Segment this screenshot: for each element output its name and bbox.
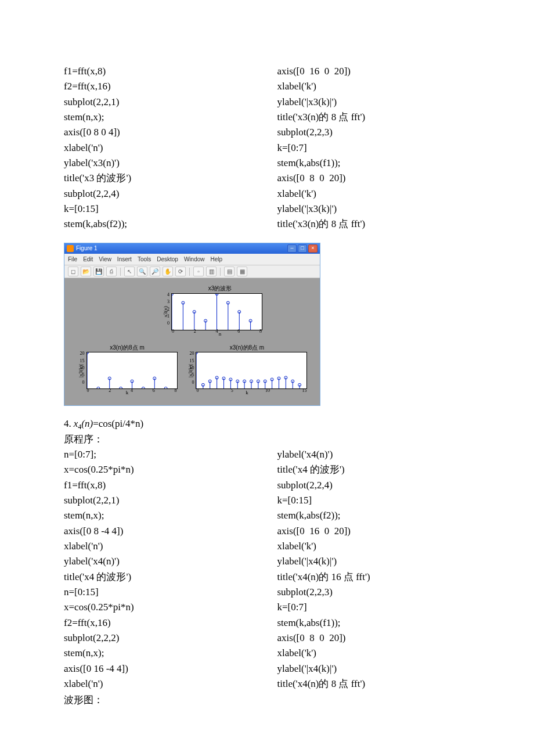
- plot-canvas: x3的波形 x3(n) 43210 02468 n x3(n)的8点 m |x3…: [64, 278, 320, 405]
- code-line: x=cos(0.25*pi*n): [64, 600, 254, 615]
- menu-item-desktop[interactable]: Desktop: [157, 255, 178, 264]
- rotate-icon[interactable]: ⟳: [175, 267, 186, 276]
- code-line: subplot(2,2,2): [64, 631, 254, 646]
- subplot-1: x3的波形 x3(n) 43210 02468 n: [162, 284, 278, 338]
- code-line: k=[0:15]: [64, 201, 254, 217]
- code-line: f2=fft(x,16): [64, 615, 254, 631]
- code-line: n=[0:15]: [64, 585, 254, 600]
- grid-icon[interactable]: ▦: [237, 267, 247, 276]
- code-line: title('x4(n)的 8 点 fft'): [277, 676, 468, 692]
- arg-n: (n): [81, 418, 93, 429]
- formula-rhs: =cos(pi/4*n): [93, 418, 143, 429]
- code-line: title('x3 的波形'): [64, 171, 254, 186]
- code-line: axis([0 16 0 20]): [277, 524, 468, 539]
- maximize-button[interactable]: □: [298, 244, 307, 253]
- code-line: stem(n,x);: [64, 646, 254, 661]
- titlebar: Figure 1 – □ ×: [64, 243, 320, 254]
- code-line: x=cos(0.25*pi*n): [64, 462, 254, 477]
- menu-item-help[interactable]: Help: [211, 255, 223, 264]
- menu-item-tools[interactable]: Tools: [138, 255, 151, 264]
- code-line: stem(k,abs(f2));: [64, 217, 254, 232]
- code-line: axis([0 16 0 20]): [277, 64, 468, 79]
- menu-item-view[interactable]: View: [99, 255, 111, 264]
- code-line: xlabel('k'): [277, 646, 468, 661]
- svg-point-19: [96, 387, 99, 389]
- datatip-icon[interactable]: ▫: [193, 267, 204, 276]
- close-button[interactable]: ×: [308, 244, 317, 253]
- matlab-figure-window: Figure 1 – □ × FileEditViewInsertToolsDe…: [64, 243, 320, 406]
- code-line: axis([0 8 -4 4]): [64, 524, 254, 539]
- legend-icon[interactable]: ▤: [224, 267, 234, 276]
- svg-point-31: [164, 387, 167, 389]
- code-line: title('x4(n)的 16 点 fft'): [277, 570, 468, 585]
- pointer-icon[interactable]: ↖: [124, 267, 135, 276]
- code-line: xlabel('n'): [64, 676, 254, 692]
- code-line: ylabel('|x4(k)|'): [277, 661, 468, 676]
- waveform-label: 波形图：: [64, 693, 467, 708]
- code-line: ylabel('|x4(k)|'): [277, 554, 468, 569]
- code-line: stem(k,abs(f2));: [277, 508, 468, 523]
- code-line: k=[0:7]: [277, 141, 468, 156]
- code-line: ylabel('x3(n)'): [64, 156, 254, 171]
- code-line: stem(k,abs(f1));: [277, 615, 468, 631]
- code-header: 原程序：: [64, 432, 467, 447]
- code-line: title('x3(n)的 8 点 fft'): [277, 217, 468, 232]
- code-line: stem(n,x);: [64, 110, 254, 125]
- code-line: f1=fft(x,8): [64, 478, 254, 493]
- print-icon[interactable]: ⎙: [106, 267, 117, 276]
- plot-title: x3的波形: [162, 284, 278, 293]
- code-line: stem(k,abs(f1));: [277, 156, 468, 171]
- bottom-code-columns: n=[0:7];x=cos(0.25*pi*n)f1=fft(x,8)subpl…: [64, 447, 467, 692]
- app-icon: [67, 245, 74, 252]
- code-line: axis([0 16 -4 4]): [64, 661, 254, 676]
- code-line: xlabel('k'): [277, 79, 468, 94]
- zoom-in-icon[interactable]: 🔍: [137, 267, 147, 276]
- menu-item-window[interactable]: Window: [184, 255, 205, 264]
- code-col-right: ylabel('x4(n)')title('x4 的波形')subplot(2,…: [277, 447, 468, 692]
- code-line: n=[0:7];: [64, 447, 254, 462]
- subplot-3: x3(n)的8点 m |x3(k)| 20151050 02468 k: [77, 343, 178, 397]
- colorbar-icon[interactable]: ▥: [206, 267, 217, 276]
- code-col-left: f1=fft(x,8)f2=fft(x,16)subplot(2,2,1)ste…: [64, 64, 254, 232]
- code-line: xlabel('n'): [64, 539, 254, 554]
- code-line: subplot(2,2,4): [64, 186, 254, 201]
- code-line: ylabel('|x3(k)|'): [277, 95, 468, 110]
- code-line: f1=fft(x,8): [64, 64, 254, 79]
- open-icon[interactable]: 📂: [81, 267, 91, 276]
- code-line: xlabel('k'): [277, 186, 468, 201]
- new-icon[interactable]: ◻: [68, 267, 78, 276]
- menu-item-file[interactable]: File: [68, 255, 77, 264]
- code-line: subplot(2,2,1): [64, 95, 254, 110]
- menu-item-insert[interactable]: Insert: [117, 255, 132, 264]
- code-line: stem(n,x);: [64, 508, 254, 523]
- subscript-4: 4: [78, 423, 81, 431]
- subplot-4: x3(n)的8点 m |x3(k)| 20151050 051015 k: [187, 343, 308, 397]
- plot-title: x3(n)的8点 m: [77, 343, 178, 352]
- minimize-button[interactable]: –: [287, 244, 297, 253]
- zoom-out-icon[interactable]: 🔎: [150, 267, 160, 276]
- code-line: ylabel('|x3(k)|'): [277, 201, 468, 217]
- code-line: f2=fft(x,16): [64, 79, 254, 94]
- toolbar: ◻ 📂 💾 ⎙ ↖ 🔍 🔎 ✋ ⟳ ▫ ▥ ▤ ▦: [64, 265, 320, 278]
- svg-point-23: [119, 387, 122, 389]
- window-title: Figure 1: [76, 244, 98, 253]
- code-col-right: axis([0 16 0 20])xlabel('k')ylabel('|x3(…: [277, 64, 468, 232]
- code-line: axis([0 8 0 20]): [277, 631, 468, 646]
- menubar[interactable]: FileEditViewInsertToolsDesktopWindowHelp: [64, 254, 320, 266]
- code-line: subplot(2,2,1): [64, 493, 254, 508]
- code-line: k=[0:7]: [277, 600, 468, 615]
- formula-line: 4. x4(n)=cos(pi/4*n): [64, 416, 467, 431]
- code-line: ylabel('x4(n)'): [64, 554, 254, 569]
- code-col-left: n=[0:7];x=cos(0.25*pi*n)f1=fft(x,8)subpl…: [64, 447, 254, 692]
- save-icon[interactable]: 💾: [93, 267, 104, 276]
- pan-icon[interactable]: ✋: [163, 267, 173, 276]
- code-line: axis([0 8 0 4]): [64, 125, 254, 140]
- menu-item-edit[interactable]: Edit: [83, 255, 93, 264]
- section-number: 4.: [64, 416, 71, 431]
- code-line: title('x3(n)的 8 点 fft'): [277, 110, 468, 125]
- code-line: title('x4 的波形'): [64, 570, 254, 585]
- code-line: k=[0:15]: [277, 493, 468, 508]
- code-line: xlabel('n'): [64, 141, 254, 156]
- code-line: ylabel('x4(n)'): [277, 447, 468, 462]
- code-line: subplot(2,2,3): [277, 125, 468, 140]
